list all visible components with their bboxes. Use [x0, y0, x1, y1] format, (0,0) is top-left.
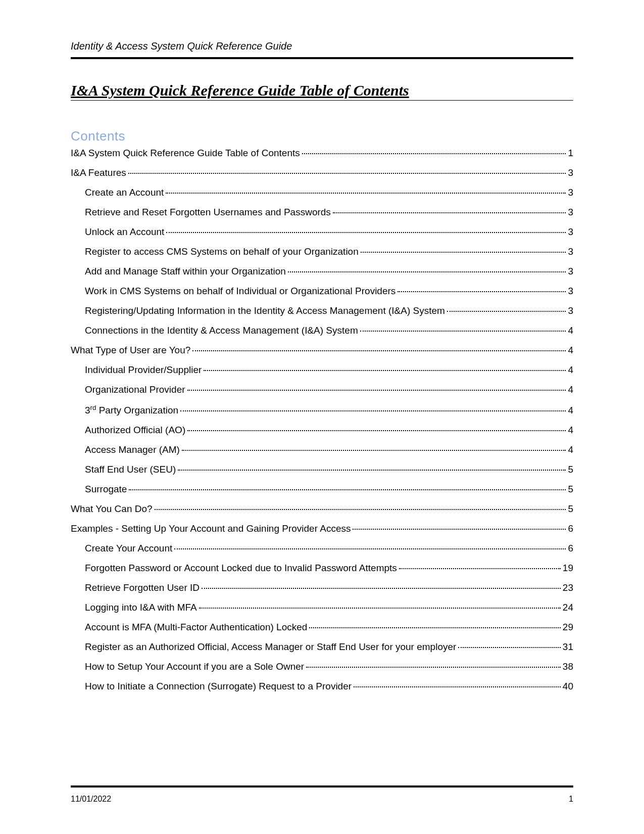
toc-leader	[309, 627, 561, 628]
toc-entry-page: 4	[568, 405, 573, 415]
toc-entry-label: 3rd Party Organization	[85, 404, 178, 415]
toc-leader	[398, 291, 566, 292]
toc-leader	[353, 529, 566, 530]
toc-entry-page: 24	[563, 603, 573, 612]
toc-entry-label: What Type of User are You?	[71, 345, 190, 355]
toc-entry-label: Retrieve and Reset Forgotten Usernames a…	[85, 207, 331, 217]
toc-entry-label: I&A System Quick Reference Guide Table o…	[71, 148, 300, 158]
toc-entry-page: 3	[568, 207, 573, 217]
toc-leader	[166, 193, 566, 194]
contents-heading: Contents	[71, 128, 573, 144]
toc-leader	[187, 390, 566, 391]
toc-entry[interactable]: Connections in the Identity & Access Man…	[85, 326, 573, 335]
toc-entry[interactable]: Individual Provider/Supplier 4	[85, 365, 573, 375]
toc-entry-page: 3	[568, 168, 573, 177]
toc-entry-label: Connections in the Identity & Access Man…	[85, 326, 358, 335]
toc-entry[interactable]: Account is MFA (Multi-Factor Authenticat…	[85, 622, 573, 632]
toc-entry-page: 4	[568, 425, 573, 435]
toc-entry[interactable]: Surrogate 5	[85, 484, 573, 494]
toc-leader	[128, 173, 566, 174]
toc-entry-page: 6	[568, 543, 573, 553]
toc-entry-page: 3	[568, 247, 573, 256]
toc-entry-page: 4	[568, 365, 573, 375]
toc-entry[interactable]: Organizational Provider 4	[85, 385, 573, 394]
toc-entry[interactable]: Retrieve Forgotten User ID 23	[85, 583, 573, 592]
toc-entry[interactable]: Authorized Official (AO) 4	[85, 425, 573, 435]
toc-entry-label: Account is MFA (Multi-Factor Authenticat…	[85, 622, 307, 632]
toc-leader	[166, 232, 566, 233]
toc-entry[interactable]: What Type of User are You? 4	[71, 345, 573, 355]
toc-leader	[129, 489, 566, 490]
footer-date: 11/01/2022	[71, 795, 111, 804]
toc-entry[interactable]: Unlock an Account 3	[85, 227, 573, 237]
toc-entry-label: Surrogate	[85, 484, 127, 494]
toc-entry-label: Examples - Setting Up Your Account and G…	[71, 524, 351, 533]
toc-entry-page: 3	[568, 188, 573, 197]
toc-entry-page: 23	[563, 583, 573, 592]
toc-entry-label: Authorized Official (AO)	[85, 425, 185, 435]
toc-entry[interactable]: Add and Manage Staff within your Organiz…	[85, 266, 573, 276]
toc-entry-page: 38	[563, 662, 573, 671]
toc-entry-page: 6	[568, 524, 573, 533]
toc-entry[interactable]: Logging into I&A with MFA 24	[85, 603, 573, 612]
toc-entry-page: 31	[563, 642, 573, 652]
toc-leader	[306, 667, 561, 668]
toc-entry-page: 1	[568, 148, 573, 158]
toc-entry-page: 3	[568, 306, 573, 315]
toc-entry-label: How to Setup Your Account if you are a S…	[85, 662, 304, 671]
toc-entry[interactable]: Create an Account 3	[85, 188, 573, 197]
toc-entry-page: 4	[568, 445, 573, 454]
toc-leader	[361, 252, 566, 253]
toc-entry-page: 3	[568, 227, 573, 237]
toc-entry-page: 29	[563, 622, 573, 632]
toc-entry-label: Register as an Authorized Official, Acce…	[85, 642, 456, 652]
toc-entry-label: What You Can Do?	[71, 504, 153, 514]
toc-entry[interactable]: How to Setup Your Account if you are a S…	[85, 662, 573, 671]
toc-leader	[178, 470, 566, 471]
toc-entry[interactable]: I&A Features 3	[71, 168, 573, 177]
toc-entry[interactable]: Create Your Account 6	[85, 543, 573, 553]
toc-entry-label: Individual Provider/Supplier	[85, 365, 202, 375]
toc-entry-label: Register to access CMS Systems on behalf…	[85, 247, 359, 256]
header-rule	[71, 57, 573, 59]
toc-entry[interactable]: I&A System Quick Reference Guide Table o…	[71, 148, 573, 158]
toc-entry[interactable]: Examples - Setting Up Your Account and G…	[71, 524, 573, 533]
toc-entry-label: Work in CMS Systems on behalf of Individ…	[85, 286, 395, 296]
footer: 11/01/2022 1	[71, 785, 573, 804]
toc-entry[interactable]: Work in CMS Systems on behalf of Individ…	[85, 286, 573, 296]
toc-entry[interactable]: 3rd Party Organization 4	[85, 404, 573, 415]
toc-entry-label: Staff End User (SEU)	[85, 465, 176, 474]
toc-entry[interactable]: Registering/Updating Information in the …	[85, 306, 573, 315]
toc-leader	[447, 311, 566, 312]
toc-entry-page: 4	[568, 345, 573, 355]
toc-leader	[182, 450, 566, 451]
toc-entry-page: 40	[563, 681, 573, 691]
toc-entry[interactable]: Staff End User (SEU) 5	[85, 465, 573, 474]
toc-entry[interactable]: How to Initiate a Connection (Surrogate)…	[85, 681, 573, 691]
toc-entry-label: Logging into I&A with MFA	[85, 603, 197, 612]
toc-entry-label: Add and Manage Staff within your Organiz…	[85, 266, 286, 276]
toc-leader	[399, 568, 561, 569]
toc-entry-page: 5	[568, 465, 573, 474]
toc-leader	[288, 271, 566, 272]
toc-leader	[333, 212, 566, 213]
toc-entry[interactable]: Register to access CMS Systems on behalf…	[85, 247, 573, 256]
toc-entry-page: 3	[568, 266, 573, 276]
toc-entry[interactable]: What You Can Do? 5	[71, 504, 573, 514]
toc-entry-page: 4	[568, 326, 573, 335]
toc-leader	[199, 608, 561, 609]
toc-entry-label: Forgotten Password or Account Locked due…	[85, 563, 397, 573]
page-title: I&A System Quick Reference Guide Table o…	[71, 82, 573, 101]
toc-entry[interactable]: Register as an Authorized Official, Acce…	[85, 642, 573, 652]
toc-leader	[155, 509, 566, 510]
toc-entry-label: Retrieve Forgotten User ID	[85, 583, 200, 592]
toc-entry-label: Registering/Updating Information in the …	[85, 306, 445, 315]
toc-entry[interactable]: Access Manager (AM) 4	[85, 445, 573, 454]
toc-entry-label: Access Manager (AM)	[85, 445, 180, 454]
toc-entry-page: 5	[568, 504, 573, 514]
toc-entry-label: Create an Account	[85, 188, 164, 197]
toc-entry-page: 5	[568, 484, 573, 494]
toc-leader	[174, 548, 566, 549]
toc-entry[interactable]: Retrieve and Reset Forgotten Usernames a…	[85, 207, 573, 217]
toc-entry[interactable]: Forgotten Password or Account Locked due…	[85, 563, 573, 573]
